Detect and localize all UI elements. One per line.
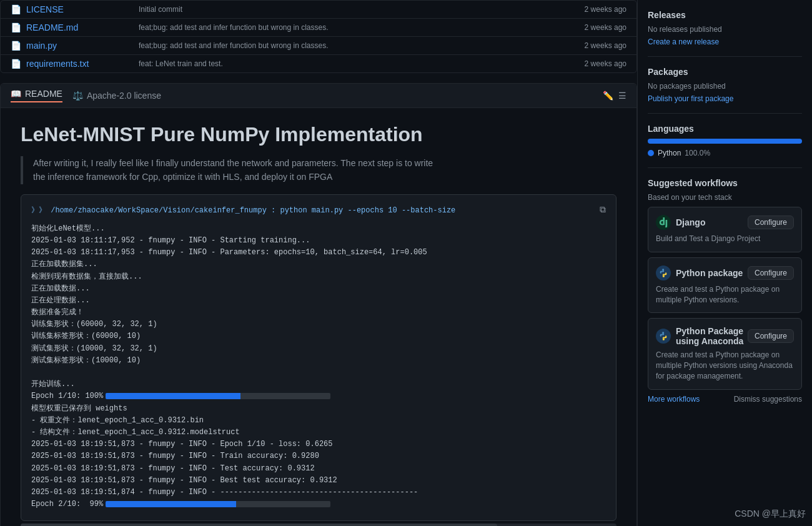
file-name[interactable]: README.md (26, 22, 139, 32)
list-icon[interactable]: ☰ (618, 91, 626, 101)
code-line: 正在加载数据集... (31, 259, 606, 270)
language-bar (648, 139, 802, 144)
packages-title: Packages (648, 67, 802, 77)
copy-icon[interactable]: ⧉ (600, 205, 606, 215)
code-line: Epoch 1/10: 100% (31, 390, 606, 402)
sidebar-releases: Releases No releases published Create a … (648, 0, 802, 57)
tab-readme[interactable]: 📖 README (11, 89, 62, 102)
readme-actions: ✏️ ☰ (603, 91, 626, 101)
file-commit: feat: LeNet train and test. (139, 59, 564, 68)
file-commit: feat;bug: add test and infer function bu… (139, 41, 564, 50)
file-name[interactable]: main.py (26, 41, 139, 51)
code-line: 2025-01-03 18:11:17,953 - fnumpy - INFO … (31, 247, 606, 259)
code-header: 》》 /home/zhaocake/WorkSpace/Vision/cakei… (31, 205, 606, 216)
file-time: 2 weeks ago (564, 5, 626, 14)
file-commit: Initial commit (139, 5, 564, 14)
django-workflow-name: Django (676, 217, 705, 227)
license-tab-label: Apache-2.0 license (87, 91, 161, 101)
code-line: 开始训练... (31, 379, 606, 390)
sidebar-packages: Packages No packages published Publish y… (648, 57, 802, 114)
configure-django-button[interactable]: Configure (748, 216, 794, 229)
file-row: 📄 requirements.txt feat: LeNet train and… (1, 55, 636, 72)
code-line: 2025-01-03 18:19:51,873 - fnumpy - INFO … (31, 475, 606, 487)
languages-title: Languages (648, 124, 802, 134)
file-icon: 📄 (11, 22, 21, 32)
python-lang-percent: 100.0% (685, 149, 710, 157)
workflow-python-header: Python package Configure (656, 265, 794, 280)
python-language-item: Python 100.0% (648, 149, 802, 157)
configure-python-button[interactable]: Configure (748, 266, 794, 280)
django-icon (656, 215, 671, 230)
file-table: 📄 LICENSE Initial commit 2 weeks ago 📄 R… (0, 0, 637, 73)
file-row: 📄 LICENSE Initial commit 2 weeks ago (1, 1, 636, 19)
code-line: 2025-01-03 18:11:17,952 - fnumpy - INFO … (31, 235, 606, 247)
code-line (31, 367, 606, 379)
file-icon: 📄 (11, 59, 21, 69)
dismiss-link[interactable]: Dismiss suggestions (734, 395, 802, 404)
code-line: 初始化LeNet模型... (31, 223, 606, 235)
code-block: 》》 /home/zhaocake/WorkSpace/Vision/cakei… (21, 194, 616, 522)
file-time: 2 weeks ago (564, 59, 626, 68)
code-line: 数据准备完成！ (31, 307, 606, 319)
readme-tabs: 📖 README ⚖️ Apache-2.0 license (11, 89, 161, 102)
anaconda-workflow-name2: using Anaconda (676, 336, 743, 346)
file-commit: feat;bug: add test and infer function bu… (139, 23, 564, 32)
file-row: 📄 README.md feat;bug: add test and infer… (1, 19, 636, 37)
django-workflow-desc: Build and Test a Django Project (656, 234, 794, 244)
file-name[interactable]: LICENSE (26, 4, 139, 14)
code-line: 训练集形状：(60000, 32, 32, 1) (31, 319, 606, 330)
code-line: 2025-01-03 18:19:51,874 - fnumpy - INFO … (31, 487, 606, 499)
workflow-django-title-area: Django (656, 215, 705, 230)
workflow-footer: More workflows Dismiss suggestions (648, 395, 802, 404)
file-icon: 📄 (11, 4, 21, 14)
code-line: - 权重文件：lenet_epoch_1_acc_0.9312.bin (31, 415, 606, 427)
python-package-icon (656, 265, 671, 280)
file-time: 2 weeks ago (564, 23, 626, 32)
file-name[interactable]: requirements.txt (26, 59, 139, 69)
workflow-anaconda-header: Python Package using Anaconda Configure (656, 326, 794, 346)
scale-icon: ⚖️ (72, 91, 83, 101)
code-line: - 结构文件：lenet_epoch_1_acc_0.9312.modelstr… (31, 427, 606, 439)
anaconda-workflow-name: Python Package (676, 326, 743, 336)
more-workflows-link[interactable]: More workflows (648, 395, 700, 404)
code-line: 2025-01-03 18:19:51,873 - fnumpy - INFO … (31, 450, 606, 462)
configure-anaconda-button[interactable]: Configure (748, 329, 794, 343)
anaconda-icon (656, 329, 671, 344)
code-line: 正在加载数据... (31, 283, 606, 295)
workflow-anaconda-title-area: Python Package using Anaconda (656, 326, 743, 346)
code-line: 模型权重已保存到 weights (31, 403, 606, 415)
edit-icon[interactable]: ✏️ (603, 91, 613, 101)
create-release-link[interactable]: Create a new release (648, 37, 719, 46)
file-time: 2 weeks ago (564, 41, 626, 50)
code-line: 训练集标签形状：(60000, 10) (31, 330, 606, 342)
sidebar-workflows: Suggested workflows Based on your tech s… (648, 168, 802, 414)
python-lang-dot (648, 150, 654, 156)
releases-title: Releases (648, 10, 802, 20)
readme-body: LeNet-MNIST Pure NumPy Implementation Af… (1, 108, 636, 526)
main-content: 📄 LICENSE Initial commit 2 weeks ago 📄 R… (0, 0, 637, 526)
horizontal-scrollbar[interactable] (21, 524, 616, 526)
workflow-python-package: Python package Configure Create and test… (648, 257, 802, 314)
book-icon: 📖 (11, 89, 21, 99)
anaconda-workflow-desc: Create and test a Python package on mult… (656, 350, 794, 381)
python-package-workflow-name: Python package (676, 268, 743, 278)
workflow-python-title-area: Python package (656, 265, 743, 280)
workflows-subtitle: Based on your tech stack (648, 193, 802, 202)
readme-tab-label: README (25, 89, 62, 99)
workflow-anaconda: Python Package using Anaconda Configure … (648, 318, 802, 389)
code-line: 2025-01-03 18:19:51,873 - fnumpy - INFO … (31, 463, 606, 475)
readme-title: LeNet-MNIST Pure NumPy Implementation (21, 123, 616, 146)
sidebar: Releases No releases published Create a … (637, 0, 812, 526)
code-line: 2025-01-03 18:19:51,873 - fnumpy - INFO … (31, 439, 606, 450)
file-icon: 📄 (11, 41, 21, 51)
workflow-django: Django Configure Build and Test a Django… (648, 207, 802, 252)
readme-header: 📖 README ⚖️ Apache-2.0 license ✏️ ☰ (1, 84, 636, 108)
code-prompt: 》》 /home/zhaocake/WorkSpace/Vision/cakei… (31, 205, 455, 216)
tab-license[interactable]: ⚖️ Apache-2.0 license (72, 91, 161, 101)
workflows-title: Suggested workflows (648, 178, 802, 188)
code-line: 检测到现有数据集，直接加载... (31, 271, 606, 283)
no-releases-text: No releases published (648, 25, 802, 34)
code-line: 测试集标签形状：(10000, 10) (31, 355, 606, 367)
code-line: 正在处理数据... (31, 295, 606, 307)
publish-package-link[interactable]: Publish your first package (648, 94, 733, 103)
